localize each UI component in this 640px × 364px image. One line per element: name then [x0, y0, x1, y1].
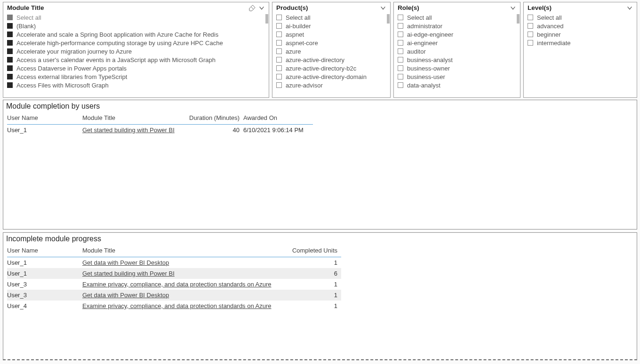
checkbox-icon[interactable]: [7, 15, 13, 20]
checkbox-icon[interactable]: [398, 74, 403, 79]
table-row[interactable]: User_1Get started building with Power BI…: [7, 268, 341, 279]
checkbox-icon[interactable]: [276, 40, 282, 46]
scrollbar-thumb[interactable]: [517, 14, 520, 24]
chevron-down-icon[interactable]: [380, 5, 386, 11]
filter-item[interactable]: ai-edge-engineer: [394, 30, 516, 39]
module-link[interactable]: Examine privacy, compliance, and data pr…: [82, 302, 272, 309]
filter-item[interactable]: business-owner: [394, 64, 516, 72]
filter-item[interactable]: Accelerate high-performance computing st…: [3, 39, 265, 47]
checkbox-icon[interactable]: [276, 48, 282, 54]
col-header-module[interactable]: Module Title: [82, 245, 290, 257]
filter-item[interactable]: ai-builder: [272, 22, 386, 30]
filter-item[interactable]: (Blank): [3, 22, 265, 30]
filter-item[interactable]: azure-active-directory-b2c: [272, 64, 386, 72]
filter-item[interactable]: Access Files with Microsoft Graph: [3, 81, 265, 89]
filter-item-label: Accelerate high-performance computing st…: [16, 40, 223, 47]
col-header-user[interactable]: User Name: [7, 245, 82, 257]
checkbox-icon[interactable]: [528, 23, 533, 29]
eraser-icon[interactable]: [249, 5, 256, 11]
col-header-module[interactable]: Module Title: [82, 112, 187, 125]
checkbox-icon[interactable]: [276, 15, 282, 20]
col-header-completed-units[interactable]: Completed Units: [290, 245, 341, 257]
checkbox-icon[interactable]: [276, 65, 282, 71]
table-row[interactable]: User_1Get started building with Power BI…: [7, 125, 313, 136]
table-row[interactable]: User_1Get data with Power BI Desktop1: [7, 257, 341, 269]
filter-item[interactable]: administrator: [394, 22, 516, 30]
module-link[interactable]: Get data with Power BI Desktop: [82, 259, 169, 266]
chevron-down-icon[interactable]: [258, 5, 265, 11]
checkbox-icon[interactable]: [276, 23, 282, 29]
table-row[interactable]: User_3Get data with Power BI Desktop1: [7, 290, 341, 301]
filter-item[interactable]: azure: [272, 47, 386, 55]
filter-item[interactable]: azure-advisor: [272, 81, 386, 89]
table-row[interactable]: User_3Examine privacy, compliance, and d…: [7, 279, 341, 290]
scrollbar-thumb[interactable]: [265, 14, 268, 24]
cell-module[interactable]: Examine privacy, compliance, and data pr…: [82, 279, 290, 290]
filter-item[interactable]: business-user: [394, 72, 516, 81]
checkbox-icon[interactable]: [398, 65, 403, 71]
filter-item[interactable]: Accelerate and scale a Spring Boot appli…: [3, 30, 265, 39]
checkbox-icon[interactable]: [7, 40, 13, 46]
scrollbar-thumb[interactable]: [387, 14, 390, 24]
filter-item[interactable]: auditor: [394, 47, 516, 55]
checkbox-icon[interactable]: [398, 82, 403, 88]
chevron-down-icon[interactable]: [626, 5, 633, 11]
filter-item[interactable]: beginner: [524, 30, 633, 39]
checkbox-icon[interactable]: [7, 57, 13, 63]
filter-item[interactable]: Access external libraries from TypeScrip…: [3, 72, 265, 81]
chevron-down-icon[interactable]: [510, 5, 516, 11]
col-header-duration[interactable]: Duration (Minutes): [187, 112, 243, 125]
checkbox-icon[interactable]: [528, 15, 533, 20]
cell-module[interactable]: Get data with Power BI Desktop: [82, 290, 290, 301]
checkbox-icon[interactable]: [398, 15, 403, 20]
checkbox-icon[interactable]: [276, 32, 282, 37]
checkbox-icon[interactable]: [276, 57, 282, 63]
cell-module[interactable]: Get started building with Power BI: [82, 268, 290, 279]
filter-item[interactable]: data-analyst: [394, 81, 516, 89]
checkbox-icon[interactable]: [7, 23, 13, 29]
filter-item[interactable]: advanced: [524, 22, 633, 30]
filter-item[interactable]: Select all: [272, 13, 386, 22]
checkbox-icon[interactable]: [528, 32, 533, 37]
col-header-user[interactable]: User Name: [7, 112, 82, 125]
cell-module[interactable]: Get started building with Power BI: [82, 125, 187, 136]
checkbox-icon[interactable]: [7, 65, 13, 71]
checkbox-icon[interactable]: [7, 48, 13, 54]
col-header-awarded[interactable]: Awarded On: [243, 112, 313, 125]
filter-item[interactable]: business-analyst: [394, 55, 516, 64]
checkbox-icon[interactable]: [398, 23, 403, 29]
filter-item[interactable]: intermediate: [524, 39, 633, 47]
checkbox-icon[interactable]: [398, 32, 403, 37]
checkbox-icon[interactable]: [276, 74, 282, 79]
checkbox-icon[interactable]: [528, 40, 533, 46]
filter-item[interactable]: Select all: [524, 13, 633, 22]
filter-item[interactable]: Accelerate your migration journey to Azu…: [3, 47, 265, 55]
filter-item[interactable]: ai-engineer: [394, 39, 516, 47]
cell-module[interactable]: Get data with Power BI Desktop: [82, 257, 290, 269]
filter-list-products[interactable]: Select allai-builderaspnetaspnet-coreazu…: [272, 13, 390, 97]
filter-item[interactable]: aspnet: [272, 30, 386, 39]
checkbox-icon[interactable]: [7, 82, 13, 88]
checkbox-icon[interactable]: [7, 74, 13, 79]
filter-list-roles[interactable]: Select alladministratorai-edge-engineera…: [394, 13, 520, 97]
filter-item[interactable]: aspnet-core: [272, 39, 386, 47]
filter-item[interactable]: Select all: [394, 13, 516, 22]
table-row[interactable]: User_4Examine privacy, compliance, and d…: [7, 301, 341, 311]
checkbox-icon[interactable]: [398, 40, 403, 46]
checkbox-icon[interactable]: [398, 48, 403, 54]
filter-item[interactable]: azure-active-directory-domain: [272, 72, 386, 81]
filter-list-module[interactable]: Select all(Blank)Accelerate and scale a …: [3, 13, 269, 97]
filter-item[interactable]: Access a user's calendar events in a Jav…: [3, 55, 265, 64]
filter-item[interactable]: Access Dataverse in Power Apps portals: [3, 64, 265, 72]
filter-item[interactable]: Select all: [3, 13, 265, 22]
filter-item[interactable]: azure-active-directory: [272, 55, 386, 64]
filter-list-levels[interactable]: Select alladvancedbeginnerintermediate: [524, 13, 637, 97]
module-link[interactable]: Get started building with Power BI: [82, 270, 175, 277]
module-link[interactable]: Get started building with Power BI: [82, 127, 175, 134]
checkbox-icon[interactable]: [398, 57, 403, 63]
module-link[interactable]: Examine privacy, compliance, and data pr…: [82, 281, 272, 288]
checkbox-icon[interactable]: [276, 82, 282, 88]
module-link[interactable]: Get data with Power BI Desktop: [82, 292, 169, 299]
cell-module[interactable]: Examine privacy, compliance, and data pr…: [82, 301, 290, 311]
checkbox-icon[interactable]: [7, 32, 13, 37]
